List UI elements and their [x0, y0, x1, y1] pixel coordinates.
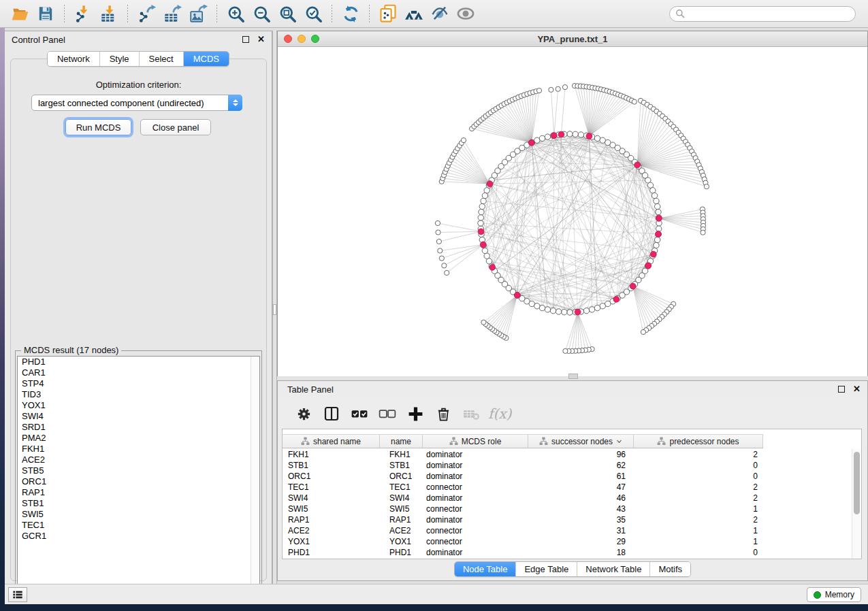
table-scrollbar[interactable] [852, 449, 861, 559]
table-panel-titlebar[interactable]: Table Panel ✕ [278, 381, 867, 397]
table-row[interactable]: YOX1YOX1connector291 [283, 536, 852, 547]
export-table-icon[interactable] [161, 3, 183, 24]
table-row[interactable]: STB1STB1dominator620 [283, 460, 852, 471]
close-panel-button[interactable]: Close panel [140, 119, 211, 135]
table-row[interactable]: PHD1PHD1dominator180 [283, 547, 852, 558]
clone-network-icon[interactable] [377, 3, 399, 24]
mcds-result-item[interactable]: RAP1 [18, 487, 259, 498]
run-mcds-button[interactable]: Run MCDS [65, 119, 131, 135]
table-tab-bar: Node Table Edge Table Network Table Moti… [454, 561, 691, 577]
tab-edge-table[interactable]: Edge Table [516, 562, 577, 576]
zoom-out-icon[interactable] [251, 3, 272, 24]
mcds-result-item[interactable]: ORC1 [18, 476, 259, 487]
mcds-result-item[interactable]: SWI4 [18, 411, 259, 422]
vertical-splitter-handle[interactable] [273, 304, 276, 315]
mcds-result-item[interactable]: SWI5 [18, 509, 259, 520]
refresh-layout-icon[interactable] [340, 3, 361, 24]
column-header-mcds-role[interactable]: MCDS role [423, 435, 528, 448]
tab-node-table[interactable]: Node Table [455, 562, 517, 576]
table-row[interactable]: SWI4SWI4dominator462 [283, 493, 852, 503]
table-row[interactable]: RAP1RAP1dominator352 [283, 514, 852, 525]
save-session-icon[interactable] [35, 3, 57, 24]
workspace: Control Panel ✕ Network Style Select MCD… [5, 28, 868, 604]
list-icon [12, 589, 23, 600]
mcds-result-item[interactable]: TID3 [18, 389, 259, 400]
add-icon[interactable] [404, 403, 426, 425]
table-cell: dominator [423, 548, 528, 557]
float-window-icon[interactable] [242, 36, 249, 43]
column-header-name[interactable]: name [380, 435, 423, 448]
mcds-result-item[interactable]: STP4 [18, 378, 259, 389]
memory-button[interactable]: Memory [807, 587, 861, 602]
task-history-button[interactable] [8, 587, 27, 602]
select-all-icon[interactable] [349, 403, 370, 425]
close-window-icon[interactable]: ✕ [257, 36, 265, 43]
mcds-result-item[interactable]: TEC1 [18, 520, 259, 531]
find-icon[interactable] [403, 3, 425, 24]
toolbar-separator [127, 5, 128, 22]
import-network-icon[interactable] [72, 3, 94, 24]
mcds-result-item[interactable]: GCR1 [18, 531, 259, 542]
table-cell: 2 [634, 482, 763, 492]
optimization-criterion-select[interactable]: largest connected component (undirected) [31, 95, 242, 111]
deselect-all-icon[interactable] [376, 403, 398, 425]
mcds-result-item[interactable]: STB5 [18, 465, 259, 476]
column-header-shared-name[interactable]: shared name [283, 435, 380, 448]
zoom-selected-icon[interactable] [302, 3, 324, 24]
show-details-icon[interactable] [455, 3, 477, 24]
control-panel-titlebar[interactable]: Control Panel ✕ [5, 31, 272, 48]
mcds-result-item[interactable]: SRD1 [18, 422, 259, 433]
mcds-result-item[interactable]: FKH1 [18, 444, 259, 455]
import-table-icon[interactable] [98, 3, 120, 24]
table-row[interactable]: FKH1FKH1dominator962 [283, 449, 852, 460]
hide-details-icon[interactable] [429, 3, 451, 24]
table-cell: 2 [634, 515, 763, 525]
tab-select[interactable]: Select [140, 52, 184, 66]
show-columns-icon[interactable] [321, 403, 342, 425]
hierarchy-icon [301, 437, 310, 446]
tab-style[interactable]: Style [100, 52, 140, 66]
mcds-list-scrollbar[interactable] [251, 357, 259, 597]
table-row[interactable]: SWI5SWI5connector431 [283, 503, 852, 514]
column-header-predecessor-nodes[interactable]: predecessor nodes [634, 435, 763, 448]
horizontal-splitter-handle[interactable] [568, 374, 578, 379]
table-cell: 43 [528, 504, 634, 514]
mcds-result-title: MCDS result (17 nodes) [21, 345, 121, 355]
table-cell: dominator [423, 515, 528, 525]
float-window-icon[interactable] [838, 386, 845, 393]
memory-status-icon [814, 591, 821, 599]
mcds-result-item[interactable]: PMA2 [18, 433, 259, 444]
settings-gear-icon[interactable] [293, 403, 315, 425]
network-window-titlebar[interactable]: YPA_prune.txt_1 [278, 31, 867, 47]
table-row[interactable]: ACE2ACE2connector311 [283, 525, 852, 536]
mcds-result-item[interactable]: YOX1 [18, 400, 259, 411]
search-input[interactable] [669, 6, 856, 22]
optimization-criterion-label: Optimization criterion: [11, 80, 266, 90]
table-scrollbar-thumb[interactable] [854, 452, 860, 514]
mcds-result-item[interactable]: CAR1 [18, 367, 259, 378]
table-cell: 18 [528, 548, 634, 557]
tab-network-table[interactable]: Network Table [577, 562, 650, 576]
export-network-icon[interactable] [135, 3, 157, 24]
table-cell: ORC1 [380, 472, 423, 481]
open-file-icon[interactable] [9, 3, 31, 24]
table-cell: PHD1 [380, 548, 423, 557]
network-canvas[interactable] [278, 47, 867, 378]
mcds-result-item[interactable]: ACE2 [18, 455, 259, 465]
vertical-splitter[interactable] [272, 31, 277, 585]
mcds-result-item[interactable]: STB1 [18, 498, 259, 509]
table-row[interactable]: ORC1ORC1dominator610 [283, 471, 852, 482]
toolbar-separator [332, 5, 332, 22]
close-window-icon[interactable]: ✕ [853, 386, 861, 393]
delete-icon[interactable] [432, 403, 454, 425]
tab-motifs[interactable]: Motifs [650, 562, 690, 576]
tab-network[interactable]: Network [48, 52, 100, 66]
zoom-in-icon[interactable] [225, 3, 246, 24]
table-cell: SWI5 [283, 504, 380, 514]
table-row[interactable]: TEC1TEC1connector472 [283, 482, 852, 493]
tab-mcds[interactable]: MCDS [184, 52, 229, 66]
column-header-successor-nodes[interactable]: successor nodes [528, 435, 634, 448]
export-image-icon[interactable] [187, 3, 209, 24]
mcds-result-item[interactable]: PHD1 [18, 357, 259, 367]
zoom-fit-icon[interactable] [276, 3, 298, 24]
